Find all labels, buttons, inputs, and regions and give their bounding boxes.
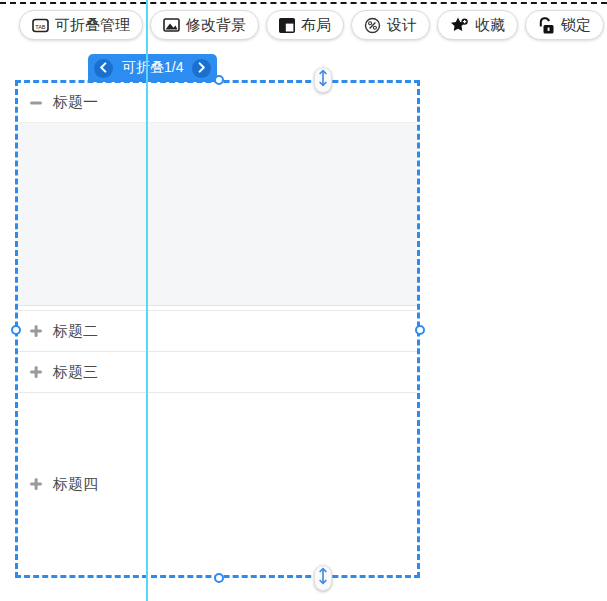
collapse-minus-icon[interactable] [29, 96, 43, 110]
resize-handle-right-middle[interactable] [415, 325, 425, 335]
floating-toolbar: TAB 可折叠管理 修改背景 布局 设计 收藏 锁定 ? [19, 10, 607, 40]
layout-label: 布局 [301, 16, 331, 35]
change-background-button[interactable]: 修改背景 [150, 10, 259, 40]
accordion-header-4[interactable]: 标题四 [18, 392, 417, 575]
accordion-header-2[interactable]: 标题二 [18, 310, 417, 351]
page-boundary-dashed-line [0, 2, 607, 4]
accordion-title: 标题三 [53, 363, 98, 382]
collapsible-pager: 可折叠1/4 [88, 54, 217, 82]
collapsible-widget-selection[interactable]: 标题一 标题二 标题三 标题四 [15, 80, 420, 578]
accordion-title: 标题一 [53, 93, 98, 112]
tab-icon: TAB [32, 18, 49, 33]
pager-prev-button[interactable] [94, 59, 113, 78]
svg-text:TAB: TAB [35, 23, 46, 29]
resize-handle-left-middle[interactable] [11, 325, 21, 335]
chevron-left-icon [98, 61, 109, 76]
change-background-label: 修改背景 [186, 16, 246, 35]
accordion-content-1[interactable] [18, 123, 417, 306]
expand-plus-icon[interactable] [29, 324, 43, 338]
layout-icon [279, 18, 295, 33]
pager-label: 可折叠1/4 [122, 59, 183, 77]
favorite-button[interactable]: 收藏 [437, 10, 518, 40]
collapse-manage-label: 可折叠管理 [55, 16, 130, 35]
star-plus-icon [450, 17, 469, 33]
image-icon [163, 18, 180, 32]
design-label: 设计 [387, 16, 417, 35]
vertical-arrows-icon [318, 567, 328, 589]
design-button[interactable]: 设计 [351, 10, 430, 40]
accordion-header-3[interactable]: 标题三 [18, 351, 417, 392]
drag-resize-top-handle[interactable] [314, 67, 332, 93]
resize-handle-bottom-center[interactable] [214, 573, 224, 583]
chevron-right-icon [196, 61, 207, 76]
pager-next-button[interactable] [192, 59, 211, 78]
resize-handle-top-center[interactable] [214, 75, 224, 85]
accordion-header-1[interactable]: 标题一 [18, 83, 417, 123]
lock-button[interactable]: 锁定 [525, 10, 604, 40]
vertical-guide-line [146, 0, 148, 601]
lock-label: 锁定 [561, 16, 591, 35]
accordion-title: 标题二 [53, 322, 98, 341]
favorite-label: 收藏 [475, 16, 505, 35]
accordion: 标题一 标题二 标题三 标题四 [18, 83, 417, 575]
expand-plus-icon[interactable] [29, 365, 43, 379]
unlock-icon [538, 17, 555, 34]
accordion-title: 标题四 [53, 475, 98, 494]
design-icon [364, 17, 381, 34]
vertical-arrows-icon [318, 69, 328, 91]
layout-button[interactable]: 布局 [266, 10, 344, 40]
collapse-manage-button[interactable]: TAB 可折叠管理 [19, 10, 143, 40]
expand-plus-icon[interactable] [29, 477, 43, 491]
drag-resize-bottom-handle[interactable] [314, 565, 332, 591]
